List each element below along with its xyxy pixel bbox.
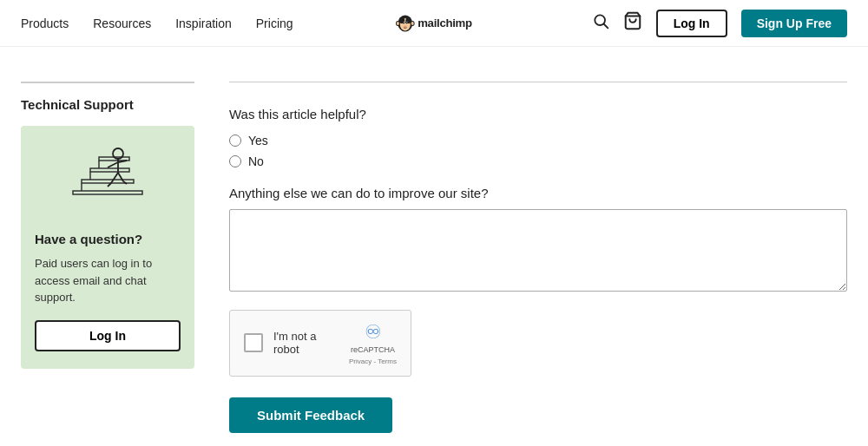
navbar: Products Resources Inspiration Pricing	[0, 0, 868, 47]
nav-left: Products Resources Inspiration Pricing	[21, 16, 293, 30]
main-content: Was this article helpful? Yes No Anythin…	[229, 64, 847, 433]
recaptcha-checkbox[interactable]	[244, 333, 263, 352]
recaptcha-icon: ♾	[365, 321, 382, 344]
svg-point-9	[404, 25, 407, 27]
no-label: No	[248, 154, 264, 168]
yes-radio-label[interactable]: Yes	[229, 134, 847, 148]
sidebar-divider	[21, 82, 194, 83]
feedback-textarea[interactable]	[229, 209, 847, 292]
recaptcha-brand: reCAPTCHA	[351, 345, 395, 356]
submit-button[interactable]: Submit Feedback	[229, 397, 392, 433]
nav-inspiration[interactable]: Inspiration	[175, 16, 232, 30]
main-divider	[229, 82, 847, 82]
support-heading: Have a question?	[35, 232, 181, 246]
no-radio[interactable]	[229, 155, 241, 167]
nav-pricing[interactable]: Pricing	[256, 16, 293, 30]
sidebar: Technical Support	[21, 64, 194, 433]
nav-products[interactable]: Products	[21, 16, 69, 30]
yes-radio[interactable]	[229, 134, 241, 147]
signup-button[interactable]: Sign Up Free	[741, 10, 847, 37]
svg-point-6	[403, 21, 404, 22]
svg-rect-20	[90, 168, 129, 172]
recaptcha-widget[interactable]: I'm not a robot ♾ reCAPTCHA Privacy - Te…	[229, 310, 411, 377]
page-container: Technical Support	[0, 47, 868, 446]
login-button[interactable]: Log In	[656, 10, 727, 37]
nav-right: Log In Sign Up Free	[592, 10, 847, 37]
svg-point-11	[396, 21, 398, 24]
svg-line-27	[108, 162, 118, 167]
helpful-question: Was this article helpful?	[229, 107, 847, 121]
svg-point-13	[411, 21, 413, 24]
no-radio-label[interactable]: No	[229, 154, 847, 168]
recaptcha-links: Privacy - Terms	[349, 357, 397, 365]
nav-resources[interactable]: Resources	[93, 16, 151, 30]
svg-rect-18	[73, 191, 142, 194]
logo[interactable]: mailchimp	[391, 10, 495, 36]
svg-point-7	[406, 21, 407, 22]
svg-line-29	[111, 173, 118, 183]
search-button[interactable]	[592, 12, 609, 34]
improve-question: Anything else we can do to improve our s…	[229, 186, 847, 200]
svg-line-16	[603, 24, 608, 29]
yes-label: Yes	[248, 134, 268, 148]
support-card: Have a question? Paid users can log in t…	[21, 126, 194, 369]
recaptcha-logo: ♾ reCAPTCHA Privacy - Terms	[349, 321, 397, 365]
recaptcha-label: I'm not a robot	[273, 330, 339, 356]
sidebar-title: Technical Support	[21, 97, 194, 112]
cart-button[interactable]	[623, 11, 642, 35]
svg-text:mailchimp: mailchimp	[418, 16, 472, 30]
support-login-button[interactable]: Log In	[35, 320, 181, 351]
helpful-radio-group: Yes No	[229, 134, 847, 168]
support-body: Paid users can log in to access email an…	[35, 255, 181, 306]
support-illustration	[35, 143, 181, 221]
